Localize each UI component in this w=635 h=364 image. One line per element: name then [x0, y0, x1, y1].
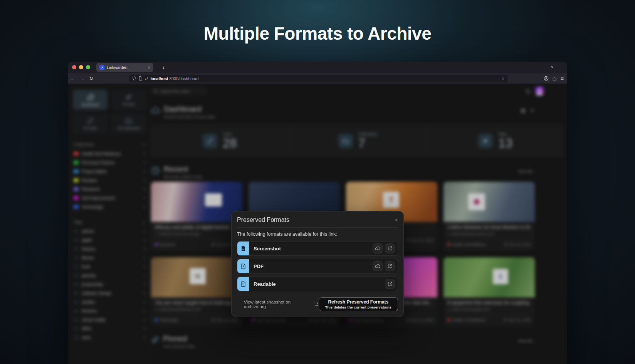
toolbar-right-icons: ≡ [544, 73, 564, 84]
url-host: localhost [150, 76, 168, 81]
preserved-formats-modal: Preserved Formats × The following format… [231, 211, 404, 317]
format-label: Screenshot [254, 246, 373, 252]
format-row-readable: Readable [237, 277, 398, 291]
back-button[interactable]: ← [68, 75, 77, 81]
open-external-button[interactable] [385, 261, 395, 271]
format-row-pdf: PDF [237, 259, 398, 273]
url-bar[interactable]: ⇄ localhost:3000/dashboard ☆ [129, 75, 508, 82]
https-switch-icon[interactable]: ⇄ [145, 76, 148, 81]
bookmark-star-icon[interactable]: ☆ [501, 76, 505, 81]
linkwarden-favicon-icon [99, 65, 104, 70]
refresh-button-title: Refresh Preserved Formats [322, 299, 395, 305]
extensions-puzzle-icon[interactable] [552, 76, 557, 81]
format-label: Readable [254, 281, 385, 287]
divider [237, 227, 398, 228]
format-row-screenshot: Screenshot [237, 241, 398, 256]
tab-list-chevron-icon[interactable]: ∨ [551, 64, 554, 69]
forward-button[interactable]: → [77, 75, 87, 81]
download-cloud-button[interactable] [373, 243, 383, 253]
image-file-icon [237, 242, 249, 255]
minimize-window-button[interactable] [79, 65, 83, 69]
browser-window: Linkwarden × + ∨ ← → ↻ ⇄ localhost:3000/… [68, 62, 567, 364]
maximize-window-button[interactable] [86, 65, 90, 69]
open-external-button[interactable] [385, 243, 395, 253]
browser-tab[interactable]: Linkwarden × [96, 63, 153, 72]
readable-file-icon [237, 277, 249, 291]
refresh-preserved-formats-button[interactable]: Refresh Preserved Formats This deletes t… [319, 297, 398, 311]
page-title: Multiple Formats to Archive [0, 23, 635, 44]
refresh-button-subtitle: This deletes the current preservations [322, 305, 395, 309]
new-tab-button[interactable]: + [159, 64, 168, 72]
archive-org-link[interactable]: View latest snapshot on archive.org [237, 300, 319, 309]
format-label: PDF [254, 263, 373, 269]
account-icon[interactable] [544, 76, 549, 81]
browser-toolbar: ← → ↻ ⇄ localhost:3000/dashboard ☆ ≡ [68, 73, 567, 84]
reload-button[interactable]: ↻ [87, 75, 96, 81]
download-cloud-button[interactable] [373, 261, 383, 271]
url-text[interactable]: localhost:3000/dashboard [150, 76, 198, 81]
external-link-icon [314, 302, 319, 307]
archive-link-label: View latest snapshot on archive.org [244, 300, 312, 309]
app-content: Dashboard Pinned All Links All Coll [68, 84, 567, 364]
url-path: :3000/dashboard [168, 76, 198, 81]
shield-icon[interactable] [132, 76, 136, 81]
close-icon[interactable]: × [395, 217, 398, 223]
modal-description: The following formats are available for … [237, 231, 398, 237]
tab-close-icon[interactable]: × [148, 65, 150, 70]
modal-title: Preserved Formats [237, 216, 289, 223]
open-external-button[interactable] [385, 279, 395, 289]
menu-hamburger-icon[interactable]: ≡ [561, 75, 564, 82]
tab-title: Linkwarden [107, 65, 146, 70]
pdf-file-icon [237, 259, 249, 273]
page-info-icon[interactable] [139, 76, 143, 81]
browser-tabbar: Linkwarden × + ∨ [68, 62, 567, 73]
close-window-button[interactable] [72, 65, 76, 69]
traffic-lights[interactable] [72, 65, 90, 69]
stage: Multiple Formats to Archive Linkwarden ×… [0, 0, 635, 364]
